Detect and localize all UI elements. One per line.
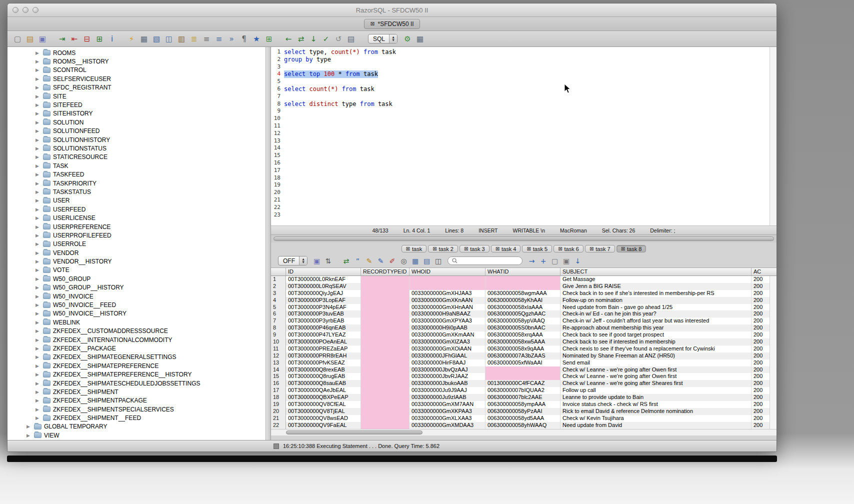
- cell[interactable]: [361, 332, 410, 338]
- cell[interactable]: 00T3000000P3LopEAF: [286, 297, 361, 304]
- disclosure-triangle-icon[interactable]: ▶: [36, 285, 40, 290]
- editor-line[interactable]: 20: [271, 189, 776, 196]
- document-tab[interactable]: ⊠ *SFDCW50 II: [364, 19, 420, 29]
- disclosure-triangle-icon[interactable]: ▶: [36, 338, 40, 342]
- editor-vscrollbar[interactable]: [770, 47, 776, 226]
- cell[interactable]: 00T3000000QV9FaEAL: [286, 422, 361, 429]
- cell[interactable]: [361, 422, 410, 429]
- quote-icon[interactable]: ”: [353, 256, 362, 266]
- cell[interactable]: Check w/ Leanne - we're going after Owen…: [560, 373, 752, 380]
- column-header-recordtypeid[interactable]: RECORDTYPEID: [361, 268, 410, 276]
- edit-cell-icon[interactable]: ✎: [364, 256, 374, 266]
- tree-item[interactable]: ▶W50_INVOICE__HISTORY: [8, 310, 266, 318]
- cell[interactable]: 0033000000JbukoAAB: [410, 380, 486, 387]
- cell[interactable]: [486, 276, 560, 283]
- tree-item[interactable]: ▶SITEFEED: [8, 100, 266, 109]
- window-titlebar[interactable]: RazorSQL - SFDCW50 II: [8, 4, 776, 17]
- cell[interactable]: Check-in w/ Ed - can he join this year?: [560, 310, 752, 318]
- commit-icon[interactable]: ✓: [321, 34, 331, 44]
- cell[interactable]: 006300000058yPzAAI: [486, 408, 560, 415]
- tree-item[interactable]: ▶SOLUTIONHISTORY: [8, 136, 266, 144]
- result-tab[interactable]: ⊠task 3: [460, 245, 490, 252]
- cell[interactable]: Get Massage: [560, 276, 752, 283]
- column-header-id[interactable]: ID: [286, 268, 361, 276]
- download-results-icon[interactable]: ↓: [573, 256, 582, 266]
- editor-line[interactable]: 22: [271, 204, 776, 212]
- cell[interactable]: [361, 346, 410, 352]
- cell[interactable]: 00630000005xfWaAAI: [486, 360, 560, 366]
- tree-item[interactable]: ▶ZKFEDEX__SHIPMATEPREFERENCE__HISTORY: [8, 370, 266, 378]
- cell[interactable]: 00T3000000PfvKSEAZ: [286, 360, 361, 366]
- cell[interactable]: Need update from Bain - gave go ahead 1/…: [560, 304, 752, 311]
- cell[interactable]: 006300000058xIaAAA: [486, 304, 560, 311]
- tree-item[interactable]: ▶TASKSTATUS: [8, 188, 266, 196]
- table-row[interactable]: 2100T3000000QV8wsEAD0033000000GmXLXAA300…: [271, 415, 776, 422]
- disclosure-triangle-icon[interactable]: ▶: [36, 198, 40, 203]
- cell[interactable]: [361, 380, 410, 387]
- reload-icon[interactable]: ⇄: [296, 34, 306, 44]
- cell[interactable]: 0033000000Ju9zIAAB: [410, 394, 486, 401]
- cell[interactable]: [361, 366, 410, 374]
- sql-editor[interactable]: 1select type, count(*) from task2group b…: [271, 47, 776, 226]
- disclosure-triangle-icon[interactable]: ▶: [36, 328, 40, 334]
- tree-item[interactable]: ▶SOLUTIONFEED: [8, 127, 266, 136]
- export-icon[interactable]: ▧: [152, 34, 162, 44]
- editor-line[interactable]: 14: [271, 144, 776, 152]
- cell[interactable]: Follow up call: [560, 387, 752, 394]
- cell[interactable]: [361, 373, 410, 380]
- cell[interactable]: [361, 352, 410, 360]
- tools-icon[interactable]: ⚙: [402, 34, 412, 44]
- new-file-icon[interactable]: ▢: [12, 34, 22, 44]
- add-filter-icon[interactable]: +: [538, 256, 548, 266]
- disclosure-triangle-icon[interactable]: ▶: [36, 68, 40, 72]
- cell[interactable]: 00T3000000QV8CfEAL: [286, 401, 361, 408]
- table-row[interactable]: 1000T3000000POeAnEAL0033000000GmXIZAA300…: [271, 338, 776, 346]
- cell[interactable]: [486, 373, 560, 380]
- editor-line[interactable]: 21: [271, 196, 776, 204]
- cell[interactable]: [361, 387, 410, 394]
- disclosure-triangle-icon[interactable]: ▶: [36, 146, 40, 151]
- cell[interactable]: 00T3000000L0RknEAF: [286, 276, 361, 283]
- print-results-icon[interactable]: ▣: [562, 256, 571, 266]
- results-hscrollbar[interactable]: [271, 429, 776, 436]
- cell[interactable]: [361, 401, 410, 408]
- cell[interactable]: 00T3000000Q8rugEAB: [286, 373, 361, 380]
- cell[interactable]: Nominated by Shane Freeman at ANZ (HR50): [560, 352, 752, 360]
- edit-notes-icon[interactable]: ≣: [189, 34, 199, 44]
- close-tab-icon[interactable]: ⊠: [558, 246, 562, 252]
- tree-item[interactable]: ▶SELFSERVICEUSER: [8, 74, 266, 83]
- table-row[interactable]: 700T3000000P3yrbEAB0033000000GmXPYAA3006…: [271, 318, 776, 324]
- cell[interactable]: 0033000000GmXM7AAN: [410, 401, 486, 408]
- editor-line[interactable]: 16: [271, 160, 776, 167]
- cell[interactable]: 00T3000000Q8rexEAB: [286, 366, 361, 374]
- cell[interactable]: 00T3000000QV8wsEAD: [286, 415, 361, 422]
- table-row[interactable]: 1600T3000000Q8sauEAB0033000000JbukoAAB00…: [271, 380, 776, 387]
- copy-rows-icon[interactable]: ◫: [434, 256, 443, 266]
- tree-item[interactable]: ▶TASK: [8, 162, 266, 170]
- table-row[interactable]: 2200T3000000QV9FaEAL0033000000GmXMDAA300…: [271, 422, 776, 429]
- cell[interactable]: Check nexis to see if they've found a re…: [560, 346, 752, 352]
- tree-item[interactable]: ▶ZKFEDEX__SHIPMATESCHEDULEDJOBSSETTINGS: [8, 379, 266, 388]
- cell[interactable]: [361, 276, 410, 283]
- close-tab-icon[interactable]: ⊠: [590, 246, 594, 252]
- cell[interactable]: Send email: [560, 360, 752, 366]
- tree-item[interactable]: ▶ZKFEDEX__INTERNATIONALCOMMODITY: [8, 336, 266, 344]
- cell[interactable]: [361, 290, 410, 297]
- cell[interactable]: 0033000000Ju9J9AAJ: [410, 387, 486, 394]
- close-window-button[interactable]: [12, 7, 18, 13]
- launcher-icon[interactable]: ▦: [415, 34, 425, 44]
- column-header-whatid[interactable]: WHATID: [486, 268, 560, 276]
- disclosure-triangle-icon[interactable]: ▶: [36, 416, 40, 420]
- form-view-icon[interactable]: ▤: [422, 256, 432, 266]
- result-tab[interactable]: ⊠task 7: [585, 245, 615, 252]
- close-document-icon[interactable]: ⊠: [370, 20, 374, 27]
- disclosure-triangle-icon[interactable]: ▶: [26, 424, 32, 429]
- splitter-grip[interactable]: [274, 236, 774, 241]
- zoom-window-button[interactable]: [32, 7, 38, 13]
- result-tab[interactable]: ⊠task 2: [428, 245, 458, 252]
- cell[interactable]: [361, 338, 410, 346]
- editor-line[interactable]: 9: [271, 108, 776, 115]
- cell[interactable]: 0033000000GmXHnAAN: [410, 304, 486, 311]
- cell[interactable]: 00T3000000QAeJbEAL: [286, 387, 361, 394]
- statement-type-select[interactable]: SQL▲▼: [368, 34, 398, 44]
